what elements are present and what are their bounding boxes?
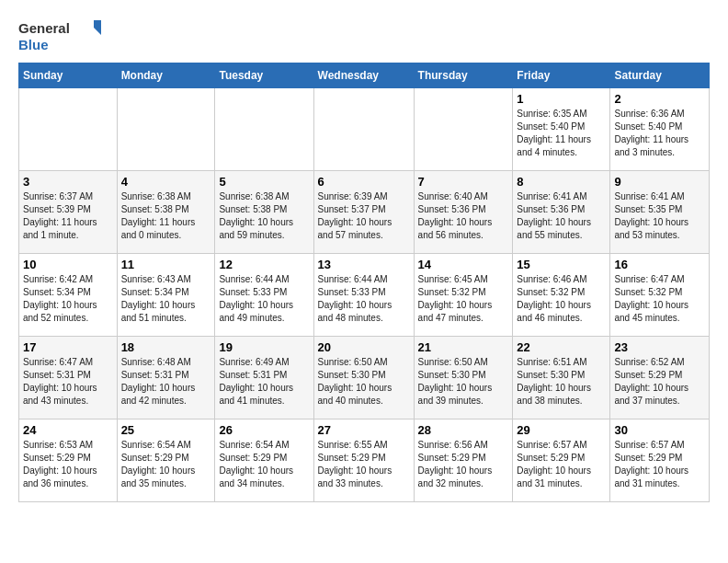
logo-blue-text: Blue xyxy=(18,37,49,52)
calendar-cell: 15Sunrise: 6:46 AM Sunset: 5:32 PM Dayli… xyxy=(513,254,610,337)
day-info: Sunrise: 6:49 AM Sunset: 5:31 PM Dayligh… xyxy=(219,356,309,408)
logo-text: General Blue xyxy=(18,18,101,55)
calendar-cell: 21Sunrise: 6:50 AM Sunset: 5:30 PM Dayli… xyxy=(414,337,513,419)
day-number: 10 xyxy=(23,258,113,271)
calendar-cell: 8Sunrise: 6:41 AM Sunset: 5:36 PM Daylig… xyxy=(513,171,610,254)
calendar-cell: 9Sunrise: 6:41 AM Sunset: 5:35 PM Daylig… xyxy=(610,171,710,254)
calendar-cell: 2Sunrise: 6:36 AM Sunset: 5:40 PM Daylig… xyxy=(610,88,710,171)
calendar-cell: 11Sunrise: 6:43 AM Sunset: 5:34 PM Dayli… xyxy=(117,254,215,337)
day-info: Sunrise: 6:50 AM Sunset: 5:30 PM Dayligh… xyxy=(318,356,410,408)
day-info: Sunrise: 6:47 AM Sunset: 5:31 PM Dayligh… xyxy=(23,356,113,408)
day-info: Sunrise: 6:40 AM Sunset: 5:36 PM Dayligh… xyxy=(418,190,509,242)
calendar-cell xyxy=(117,88,215,171)
day-number: 7 xyxy=(418,175,509,189)
day-number: 20 xyxy=(318,340,410,354)
calendar-cell: 24Sunrise: 6:53 AM Sunset: 5:29 PM Dayli… xyxy=(19,419,118,502)
day-number: 28 xyxy=(418,423,509,437)
day-info: Sunrise: 6:41 AM Sunset: 5:35 PM Dayligh… xyxy=(614,190,705,242)
day-number: 1 xyxy=(517,92,606,106)
calendar-cell xyxy=(414,88,513,171)
calendar-cell: 3Sunrise: 6:37 AM Sunset: 5:39 PM Daylig… xyxy=(19,171,118,254)
calendar-cell: 26Sunrise: 6:54 AM Sunset: 5:29 PM Dayli… xyxy=(215,419,313,502)
calendar-cell: 12Sunrise: 6:44 AM Sunset: 5:33 PM Dayli… xyxy=(215,254,313,337)
day-info: Sunrise: 6:37 AM Sunset: 5:39 PM Dayligh… xyxy=(23,190,113,242)
calendar-table: SundayMondayTuesdayWednesdayThursdayFrid… xyxy=(18,63,710,502)
day-info: Sunrise: 6:36 AM Sunset: 5:40 PM Dayligh… xyxy=(614,108,705,159)
logo-general-text: General xyxy=(18,20,70,36)
day-info: Sunrise: 6:57 AM Sunset: 5:29 PM Dayligh… xyxy=(517,439,606,490)
day-number: 8 xyxy=(517,175,606,189)
day-number: 5 xyxy=(219,175,309,189)
day-number: 19 xyxy=(219,340,309,354)
calendar-cell: 22Sunrise: 6:51 AM Sunset: 5:30 PM Dayli… xyxy=(513,337,610,419)
svg-marker-4 xyxy=(94,20,101,35)
day-number: 18 xyxy=(121,340,211,354)
calendar-cell: 29Sunrise: 6:57 AM Sunset: 5:29 PM Dayli… xyxy=(513,419,610,502)
day-info: Sunrise: 6:55 AM Sunset: 5:29 PM Dayligh… xyxy=(318,439,410,490)
calendar-cell: 14Sunrise: 6:45 AM Sunset: 5:32 PM Dayli… xyxy=(414,254,513,337)
day-number: 23 xyxy=(614,340,705,354)
calendar-cell xyxy=(19,88,118,171)
calendar-cell: 16Sunrise: 6:47 AM Sunset: 5:32 PM Dayli… xyxy=(610,254,710,337)
day-number: 30 xyxy=(614,423,705,437)
calendar-cell: 25Sunrise: 6:54 AM Sunset: 5:29 PM Dayli… xyxy=(117,419,215,502)
day-number: 16 xyxy=(614,258,705,271)
calendar-cell: 1Sunrise: 6:35 AM Sunset: 5:40 PM Daylig… xyxy=(513,88,610,171)
weekday-header-monday: Monday xyxy=(117,63,215,88)
calendar-cell: 4Sunrise: 6:38 AM Sunset: 5:38 PM Daylig… xyxy=(117,171,215,254)
calendar-cell: 6Sunrise: 6:39 AM Sunset: 5:37 PM Daylig… xyxy=(313,171,414,254)
day-info: Sunrise: 6:44 AM Sunset: 5:33 PM Dayligh… xyxy=(219,273,309,325)
day-number: 15 xyxy=(517,258,606,271)
day-info: Sunrise: 6:50 AM Sunset: 5:30 PM Dayligh… xyxy=(418,356,509,408)
day-number: 6 xyxy=(318,175,410,189)
day-number: 2 xyxy=(614,92,705,106)
day-info: Sunrise: 6:38 AM Sunset: 5:38 PM Dayligh… xyxy=(121,190,211,242)
calendar-cell: 5Sunrise: 6:38 AM Sunset: 5:38 PM Daylig… xyxy=(215,171,313,254)
day-number: 12 xyxy=(219,258,309,271)
calendar-cell: 13Sunrise: 6:44 AM Sunset: 5:33 PM Dayli… xyxy=(313,254,414,337)
day-number: 27 xyxy=(318,423,410,437)
calendar-cell: 10Sunrise: 6:42 AM Sunset: 5:34 PM Dayli… xyxy=(19,254,118,337)
day-info: Sunrise: 6:57 AM Sunset: 5:29 PM Dayligh… xyxy=(614,439,705,490)
week-row-1: 1Sunrise: 6:35 AM Sunset: 5:40 PM Daylig… xyxy=(19,88,710,171)
page: General Blue General Blue SundayMondayTu… xyxy=(0,0,728,521)
calendar-cell: 17Sunrise: 6:47 AM Sunset: 5:31 PM Dayli… xyxy=(19,337,118,419)
header: General Blue General Blue xyxy=(18,18,710,48)
day-info: Sunrise: 6:41 AM Sunset: 5:36 PM Dayligh… xyxy=(517,190,606,242)
logo-svg: General Blue xyxy=(18,18,101,55)
calendar-cell: 28Sunrise: 6:56 AM Sunset: 5:29 PM Dayli… xyxy=(414,419,513,502)
day-number: 13 xyxy=(318,258,410,271)
calendar-cell: 23Sunrise: 6:52 AM Sunset: 5:29 PM Dayli… xyxy=(610,337,710,419)
day-number: 22 xyxy=(517,340,606,354)
day-number: 3 xyxy=(23,175,113,189)
day-info: Sunrise: 6:52 AM Sunset: 5:29 PM Dayligh… xyxy=(614,356,705,408)
day-info: Sunrise: 6:51 AM Sunset: 5:30 PM Dayligh… xyxy=(517,356,606,408)
weekday-row: SundayMondayTuesdayWednesdayThursdayFrid… xyxy=(19,63,710,88)
day-number: 11 xyxy=(121,258,211,271)
day-info: Sunrise: 6:35 AM Sunset: 5:40 PM Dayligh… xyxy=(517,108,606,159)
day-number: 29 xyxy=(517,423,606,437)
day-info: Sunrise: 6:38 AM Sunset: 5:38 PM Dayligh… xyxy=(219,190,309,242)
day-info: Sunrise: 6:42 AM Sunset: 5:34 PM Dayligh… xyxy=(23,273,113,325)
week-row-4: 17Sunrise: 6:47 AM Sunset: 5:31 PM Dayli… xyxy=(19,337,710,419)
day-info: Sunrise: 6:45 AM Sunset: 5:32 PM Dayligh… xyxy=(418,273,509,325)
day-number: 4 xyxy=(121,175,211,189)
calendar-cell: 19Sunrise: 6:49 AM Sunset: 5:31 PM Dayli… xyxy=(215,337,313,419)
week-row-5: 24Sunrise: 6:53 AM Sunset: 5:29 PM Dayli… xyxy=(19,419,710,502)
calendar-cell: 20Sunrise: 6:50 AM Sunset: 5:30 PM Dayli… xyxy=(313,337,414,419)
calendar-body: 1Sunrise: 6:35 AM Sunset: 5:40 PM Daylig… xyxy=(19,88,710,502)
day-info: Sunrise: 6:48 AM Sunset: 5:31 PM Dayligh… xyxy=(121,356,211,408)
weekday-header-tuesday: Tuesday xyxy=(215,63,313,88)
day-info: Sunrise: 6:44 AM Sunset: 5:33 PM Dayligh… xyxy=(318,273,410,325)
day-number: 17 xyxy=(23,340,113,354)
day-number: 24 xyxy=(23,423,113,437)
day-info: Sunrise: 6:43 AM Sunset: 5:34 PM Dayligh… xyxy=(121,273,211,325)
calendar-cell: 27Sunrise: 6:55 AM Sunset: 5:29 PM Dayli… xyxy=(313,419,414,502)
day-number: 21 xyxy=(418,340,509,354)
week-row-2: 3Sunrise: 6:37 AM Sunset: 5:39 PM Daylig… xyxy=(19,171,710,254)
day-info: Sunrise: 6:46 AM Sunset: 5:32 PM Dayligh… xyxy=(517,273,606,325)
weekday-header-friday: Friday xyxy=(513,63,610,88)
day-info: Sunrise: 6:47 AM Sunset: 5:32 PM Dayligh… xyxy=(614,273,705,325)
week-row-3: 10Sunrise: 6:42 AM Sunset: 5:34 PM Dayli… xyxy=(19,254,710,337)
weekday-header-wednesday: Wednesday xyxy=(313,63,414,88)
